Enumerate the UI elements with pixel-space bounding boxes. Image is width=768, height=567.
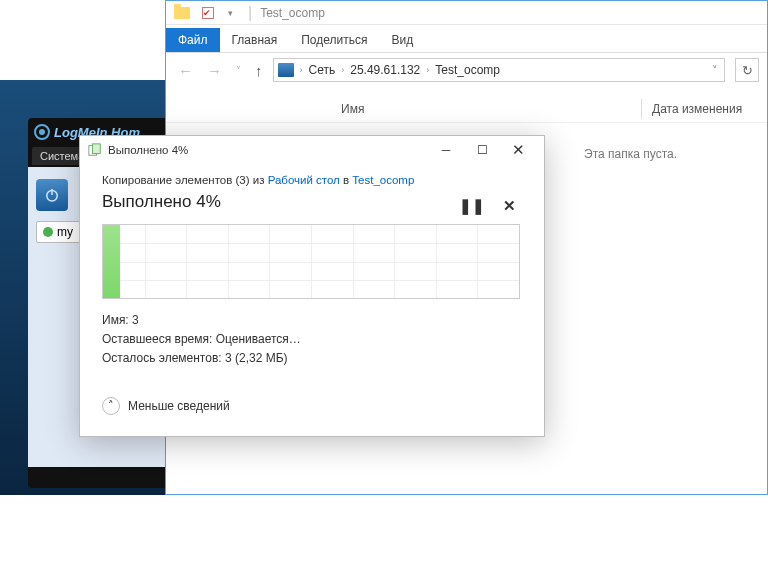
copy-dialog-icon	[88, 143, 102, 157]
status-online-icon	[43, 227, 53, 237]
address-bar[interactable]: › Сеть › 25.49.61.132 › Test_ocomp ˅	[273, 58, 726, 82]
less-info-toggle[interactable]: ˄ Меньше сведений	[102, 397, 522, 415]
device-label: my	[57, 225, 73, 239]
cancel-button[interactable]: ✕	[503, 197, 516, 215]
copy-description: Копирование элементов (3) из Рабочий сто…	[102, 174, 522, 186]
nav-recent-dropdown[interactable]: ˅	[232, 65, 245, 76]
nav-back-button[interactable]: ←	[174, 62, 197, 79]
graph-fill	[103, 225, 120, 298]
time-label: Оставшееся время:	[102, 332, 212, 346]
quick-access-toolbar: ↓ ✔ ▾ | Test_ocomp	[166, 1, 767, 25]
tab-share[interactable]: Поделиться	[289, 28, 379, 52]
items-value: 3 (2,32 МБ)	[225, 351, 288, 365]
nav-up-button[interactable]: ↑	[251, 62, 267, 79]
items-label: Осталось элементов:	[102, 351, 222, 365]
chevron-up-icon: ˄	[102, 397, 120, 415]
graph-grid	[103, 225, 519, 298]
dialog-title: Выполнено 4%	[108, 144, 428, 156]
svg-rect-3	[92, 144, 100, 154]
network-pc-icon	[278, 63, 294, 77]
address-dropdown-icon[interactable]: ˅	[710, 64, 720, 77]
time-value: Оценивается…	[216, 332, 301, 346]
breadcrumb-ip[interactable]: 25.49.61.132	[346, 63, 424, 77]
nav-row: ← → ˅ ↑ › Сеть › 25.49.61.132 › Test_oco…	[166, 53, 767, 87]
minimize-button[interactable]: ─	[428, 138, 464, 162]
copy-progress-dialog: Выполнено 4% ─ ☐ ✕ Копирование элементов…	[79, 135, 545, 437]
chevron-right-icon[interactable]: ›	[298, 65, 305, 75]
properties-icon[interactable]: ✔	[196, 3, 216, 23]
chevron-right-icon[interactable]: ›	[339, 65, 346, 75]
pause-button[interactable]: ❚❚	[459, 197, 485, 215]
name-label: Имя:	[102, 313, 129, 327]
column-header-name[interactable]: Имя	[166, 102, 641, 116]
power-icon	[43, 186, 61, 204]
column-header-date[interactable]: Дата изменения	[642, 102, 742, 116]
breadcrumb-network[interactable]: Сеть	[305, 63, 340, 77]
chevron-right-icon[interactable]: ›	[424, 65, 431, 75]
maximize-button[interactable]: ☐	[464, 138, 500, 162]
copy-source-link[interactable]: Рабочий стол	[268, 174, 340, 186]
dialog-titlebar: Выполнено 4% ─ ☐ ✕	[80, 136, 544, 164]
tab-file[interactable]: Файл	[166, 28, 220, 52]
refresh-button[interactable]: ↻	[735, 58, 759, 82]
copy-desc-prefix: Копирование элементов (3) из	[102, 174, 268, 186]
separator: |	[248, 4, 252, 22]
power-button[interactable]	[36, 179, 68, 211]
qat-dropdown-icon[interactable]: ▾	[220, 3, 240, 23]
breadcrumb-folder[interactable]: Test_ocomp	[431, 63, 504, 77]
window-title: Test_ocomp	[260, 6, 325, 20]
tab-home[interactable]: Главная	[220, 28, 290, 52]
column-headers: Имя Дата изменения	[166, 95, 767, 123]
nav-forward-button[interactable]: →	[203, 62, 226, 79]
progress-heading: Выполнено 4%	[102, 192, 459, 212]
less-info-label: Меньше сведений	[128, 399, 230, 413]
folder-icon[interactable]: ↓	[172, 3, 192, 23]
globe-icon	[34, 124, 50, 140]
copy-dest-link[interactable]: Test_ocomp	[352, 174, 414, 186]
copy-details: Имя: 3 Оставшееся время: Оценивается… Ос…	[102, 311, 522, 369]
throughput-graph	[102, 224, 520, 299]
name-value: 3	[132, 313, 139, 327]
ribbon-tabs: Файл Главная Поделиться Вид	[166, 25, 767, 53]
copy-desc-mid: в	[340, 174, 353, 186]
close-button[interactable]: ✕	[500, 138, 536, 162]
tab-view[interactable]: Вид	[379, 28, 425, 52]
